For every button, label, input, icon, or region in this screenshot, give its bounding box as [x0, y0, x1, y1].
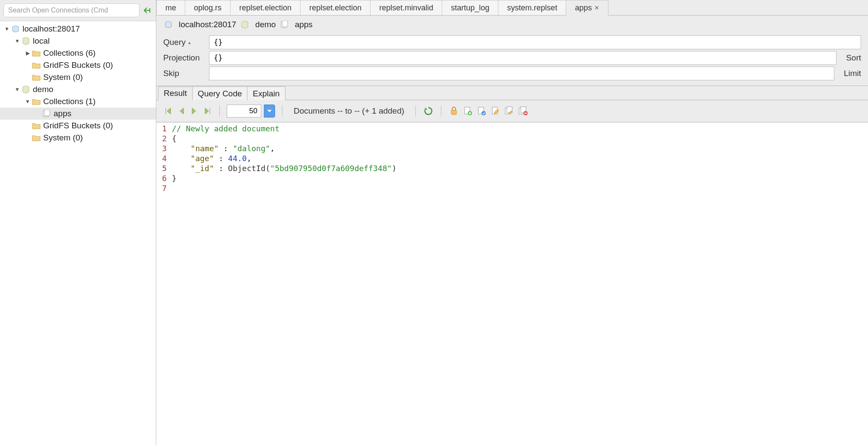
tree-demo-collections-label: Collections (1) [43, 97, 95, 106]
server-icon [163, 20, 174, 29]
view-document-icon[interactable] [476, 105, 487, 117]
explain-tab[interactable]: Explain [247, 86, 285, 100]
folder-icon [31, 61, 41, 70]
database-icon [21, 85, 31, 94]
tree-db-local-label: local [33, 36, 50, 46]
tree-demo-system[interactable]: System (0) [0, 132, 156, 144]
tab-system-replset[interactable]: system.replset [498, 0, 566, 15]
tree-local-gridfs[interactable]: GridFS Buckets (0) [0, 59, 156, 71]
tree-local-collections-label: Collections (6) [43, 48, 95, 58]
collection-icon [41, 109, 52, 118]
tree-local-system[interactable]: System (0) [0, 71, 156, 83]
projection-label: Projection [163, 53, 204, 63]
tab-bar: me oplog.rs replset.election replset.ele… [156, 0, 868, 16]
skip-input[interactable] [209, 67, 834, 80]
first-page-icon[interactable] [163, 106, 174, 116]
tree-host-label: localhost:28017 [22, 24, 80, 34]
add-document-icon[interactable] [462, 105, 473, 117]
tab-label: system.replset [507, 3, 557, 13]
tree-db-local[interactable]: ▼ local [0, 35, 156, 47]
tab-label: replset.election [309, 3, 361, 13]
svg-rect-5 [44, 110, 50, 116]
folder-icon [31, 97, 41, 106]
tree-local-gridfs-label: GridFS Buckets (0) [43, 60, 113, 70]
query-input[interactable] [209, 35, 861, 49]
code-content[interactable]: // Newly added document { "name" : "dalo… [169, 123, 868, 445]
breadcrumb-db: demo [255, 20, 276, 29]
tree-demo-collections[interactable]: ▼ Collections (1) [0, 95, 156, 108]
line-gutter: 1 2 3 4 5 6 7 [156, 123, 169, 445]
tree-db-demo-label: demo [33, 85, 54, 94]
tree-host[interactable]: ▼ localhost:28017 [0, 23, 156, 35]
svg-rect-21 [524, 113, 527, 114]
svg-rect-0 [149, 8, 150, 13]
breadcrumb-host: localhost:28017 [179, 20, 236, 29]
back-arrow-icon[interactable] [142, 5, 152, 16]
tree-demo-apps-label: apps [54, 109, 71, 118]
tree-db-demo[interactable]: ▼ demo [0, 83, 156, 95]
database-icon [240, 20, 250, 29]
svg-rect-9 [282, 21, 288, 27]
search-input[interactable] [3, 3, 139, 17]
next-page-icon[interactable] [189, 106, 200, 116]
breadcrumb-coll: apps [295, 20, 313, 29]
server-icon [10, 25, 21, 33]
tree-local-collections[interactable]: ▶ Collections (6) [0, 47, 156, 59]
tab-oplog[interactable]: oplog.rs [185, 0, 231, 15]
refresh-icon[interactable] [423, 105, 434, 117]
svg-point-14 [482, 111, 486, 115]
svg-rect-10 [451, 110, 456, 114]
limit-label: Limit [839, 69, 861, 78]
tree-local-system-label: System (0) [43, 73, 83, 82]
lock-icon[interactable] [448, 105, 459, 117]
chevron-up-icon[interactable]: ▴ [188, 40, 191, 45]
last-page-icon[interactable] [202, 106, 212, 116]
folder-icon [31, 73, 41, 82]
tab-label: replset.minvalid [379, 3, 433, 13]
edit-document-icon[interactable] [490, 105, 501, 117]
tab-me[interactable]: me [156, 0, 185, 15]
connection-tree: ▼ localhost:28017 ▼ local ▶ Collections … [0, 21, 156, 445]
page-size-input[interactable] [227, 105, 261, 118]
prev-page-icon[interactable] [176, 106, 187, 116]
tree-demo-gridfs[interactable]: GridFS Buckets (0) [0, 120, 156, 132]
tab-startup-log[interactable]: startup_log [442, 0, 498, 15]
projection-input[interactable] [209, 51, 836, 65]
breadcrumb: localhost:28017 demo apps [156, 16, 868, 32]
tab-label: oplog.rs [194, 3, 222, 13]
result-toolbar: Documents -- to -- (+ 1 added) [156, 100, 868, 122]
query-label: Query ▴ [163, 38, 204, 47]
tab-replset-election-1[interactable]: replset.election [231, 0, 301, 15]
tab-label: me [165, 3, 176, 13]
code-editor[interactable]: 1 2 3 4 5 6 7 // Newly added document { … [156, 122, 868, 445]
result-tab[interactable]: Result [158, 86, 193, 100]
delete-document-icon[interactable] [517, 105, 529, 117]
page-size-dropdown[interactable] [264, 105, 275, 118]
tree-demo-apps[interactable]: apps [0, 108, 156, 120]
sort-label: Sort [842, 53, 861, 63]
tab-replset-minvalid[interactable]: replset.minvalid [371, 0, 442, 15]
copy-document-icon[interactable] [504, 105, 515, 117]
tree-demo-gridfs-label: GridFS Buckets (0) [43, 121, 113, 130]
collection-icon [279, 20, 290, 29]
tab-label: replset.election [239, 3, 291, 13]
tab-label: apps [575, 3, 592, 13]
folder-icon [31, 121, 41, 130]
folder-icon [31, 134, 41, 142]
tab-label: startup_log [451, 3, 489, 13]
tree-demo-system-label: System (0) [43, 133, 83, 143]
query-code-tab[interactable]: Query Code [192, 86, 247, 100]
database-icon [21, 37, 31, 45]
folder-icon [31, 49, 41, 57]
documents-status: Documents -- to -- (+ 1 added) [289, 106, 409, 116]
close-icon[interactable]: ✕ [594, 4, 599, 11]
skip-label: Skip [163, 69, 204, 78]
tab-apps[interactable]: apps ✕ [566, 0, 608, 16]
tab-replset-election-2[interactable]: replset.election [301, 0, 371, 15]
